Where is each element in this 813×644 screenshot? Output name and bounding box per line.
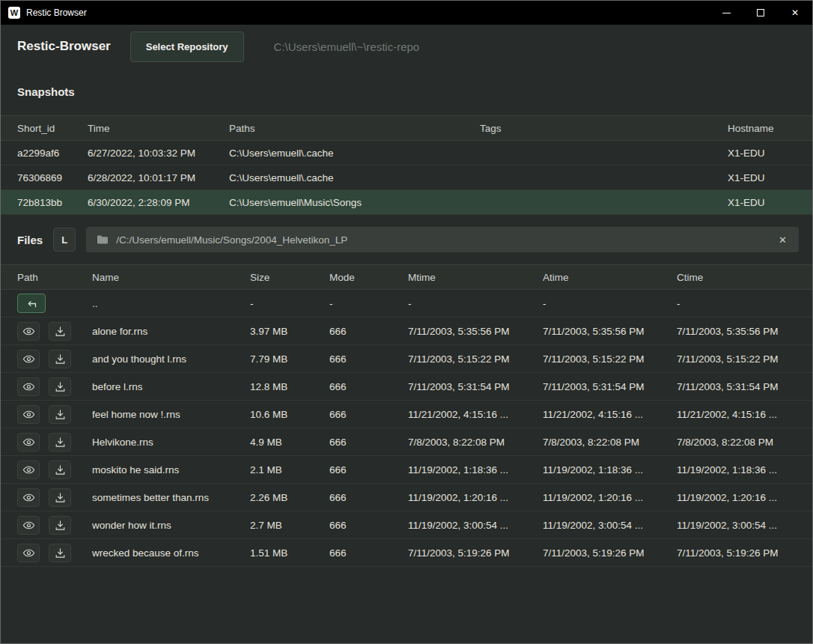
file-row: feel home now !.rns 10.6 MB 666 11/21/20… — [1, 401, 812, 428]
file-size: - — [250, 298, 329, 309]
file-mtime: 7/11/2003, 5:19:26 PM — [408, 547, 543, 559]
close-button[interactable]: ✕ — [778, 1, 812, 25]
file-mtime: 7/11/2003, 5:15:22 PM — [408, 353, 543, 365]
parent-row-actions — [17, 294, 92, 313]
eye-icon — [22, 464, 35, 476]
file-mtime: 7/11/2003, 5:31:54 PM — [408, 381, 543, 392]
maximize-button[interactable] — [743, 1, 778, 25]
file-size: 4.9 MB — [250, 437, 329, 448]
window-controls: ✕ — [709, 1, 812, 25]
download-file-button[interactable] — [49, 516, 71, 535]
file-row-actions — [17, 433, 92, 452]
download-file-button[interactable] — [49, 377, 71, 396]
file-ctime: - — [677, 298, 812, 309]
preview-file-button[interactable] — [17, 322, 40, 341]
snapshot-hostname: X1-EDU — [728, 172, 812, 183]
file-row-actions — [17, 322, 92, 341]
file-ctime: 11/19/2002, 1:20:16 ... — [677, 492, 812, 503]
file-mtime: 7/8/2003, 8:22:08 PM — [408, 437, 543, 448]
download-file-button[interactable] — [49, 461, 71, 479]
snapshot-row[interactable]: 76306869 6/28/2022, 10:01:17 PM C:\Users… — [1, 165, 812, 190]
file-size: 2.26 MB — [250, 492, 329, 503]
parent-directory-row: .. - - - - - — [1, 290, 812, 318]
file-name: and you thought l.rns — [92, 353, 250, 365]
app-icon: W — [8, 7, 20, 19]
snapshot-short-id: 72b813bb — [17, 197, 88, 208]
file-row-actions — [17, 461, 92, 479]
file-mode: 666 — [329, 547, 408, 559]
download-file-button[interactable] — [49, 322, 71, 341]
eye-icon — [22, 547, 35, 559]
clear-icon: ✕ — [779, 234, 787, 246]
col-name: Name — [92, 272, 250, 283]
select-repository-button[interactable]: Select Repository — [130, 31, 244, 62]
minimize-icon — [722, 13, 731, 13]
maximize-icon — [757, 9, 764, 16]
file-mode: 666 — [329, 437, 408, 448]
file-ctime: 11/19/2002, 3:00:54 ... — [677, 520, 812, 531]
minimize-button[interactable] — [709, 1, 743, 25]
file-row: moskito he said.rns 2.1 MB 666 11/19/200… — [1, 456, 812, 484]
file-mode: 666 — [329, 492, 408, 503]
col-mtime: Mtime — [408, 272, 543, 283]
snapshot-row[interactable]: 72b813bb 6/30/2022, 2:28:09 PM C:\Users\… — [1, 190, 812, 215]
empty-area — [1, 567, 812, 643]
file-row-actions — [17, 516, 92, 535]
clear-path-button[interactable]: ✕ — [777, 234, 788, 246]
preview-file-button[interactable] — [17, 433, 40, 452]
download-file-button[interactable] — [49, 405, 71, 424]
preview-file-button[interactable] — [17, 350, 40, 368]
file-atime: 11/19/2002, 1:18:36 ... — [543, 464, 677, 476]
col-tags: Tags — [480, 123, 728, 134]
go-up-button[interactable] — [17, 294, 46, 313]
file-size: 10.6 MB — [250, 409, 329, 420]
file-row: alone for.rns 3.97 MB 666 7/11/2003, 5:3… — [1, 318, 812, 345]
snapshots-table-header: Short_id Time Paths Tags Hostname — [1, 115, 812, 141]
file-name: before l.rns — [92, 381, 250, 392]
file-name: moskito he said.rns — [92, 464, 250, 476]
col-atime: Atime — [543, 272, 677, 283]
file-row-actions — [17, 350, 92, 368]
file-ctime: 7/11/2003, 5:19:26 PM — [677, 547, 812, 559]
download-file-button[interactable] — [49, 488, 71, 507]
file-mode: 666 — [329, 326, 408, 337]
eye-icon — [22, 520, 35, 531]
files-bar: Files L /C:/Users/emuell/Music/Songs/200… — [1, 215, 812, 264]
eye-icon — [22, 326, 35, 337]
file-atime: 11/19/2002, 1:20:16 ... — [543, 492, 677, 503]
file-size: 2.7 MB — [250, 520, 329, 531]
files-mode-button[interactable]: L — [53, 228, 76, 252]
file-name: sometimes better than.rns — [92, 492, 250, 503]
download-file-button[interactable] — [49, 544, 71, 562]
eye-icon — [22, 492, 35, 503]
preview-file-button[interactable] — [17, 488, 40, 507]
eye-icon — [22, 409, 35, 420]
files-path-input[interactable]: /C:/Users/emuell/Music/Songs/2004_Helvet… — [86, 227, 799, 252]
file-row: wrecked because of.rns 1.51 MB 666 7/11/… — [1, 539, 812, 567]
app-header: Restic-Browser Select Repository C:\User… — [1, 25, 812, 68]
file-ctime: 7/11/2003, 5:15:22 PM — [677, 353, 812, 365]
file-name: feel home now !.rns — [92, 409, 250, 420]
preview-file-button[interactable] — [17, 516, 40, 535]
file-ctime: 7/8/2003, 8:22:08 PM — [677, 437, 812, 448]
app-window: W Restic Browser ✕ Restic-Browser Select… — [0, 0, 813, 644]
preview-file-button[interactable] — [17, 544, 40, 562]
snapshots-table-body: a2299af6 6/27/2022, 10:03:32 PM C:\Users… — [1, 141, 812, 215]
preview-file-button[interactable] — [17, 377, 40, 396]
download-file-button[interactable] — [49, 350, 71, 368]
app-name: Restic-Browser — [17, 39, 111, 54]
snapshot-row[interactable]: a2299af6 6/27/2022, 10:03:32 PM C:\Users… — [1, 141, 812, 165]
file-atime: 7/11/2003, 5:19:26 PM — [543, 547, 677, 559]
file-ctime: 7/11/2003, 5:31:54 PM — [677, 381, 812, 392]
preview-file-button[interactable] — [17, 461, 40, 479]
download-icon — [55, 437, 66, 448]
download-file-button[interactable] — [49, 433, 71, 452]
snapshot-time: 6/27/2022, 10:03:32 PM — [88, 148, 229, 159]
preview-file-button[interactable] — [17, 405, 40, 424]
file-mode: 666 — [329, 520, 408, 531]
file-row: wonder how it.rns 2.7 MB 666 11/19/2002,… — [1, 511, 812, 539]
file-mode: 666 — [329, 381, 408, 392]
snapshot-hostname: X1-EDU — [728, 148, 812, 159]
file-mtime: 11/21/2002, 4:15:16 ... — [408, 409, 543, 420]
file-size: 2.1 MB — [250, 464, 329, 476]
